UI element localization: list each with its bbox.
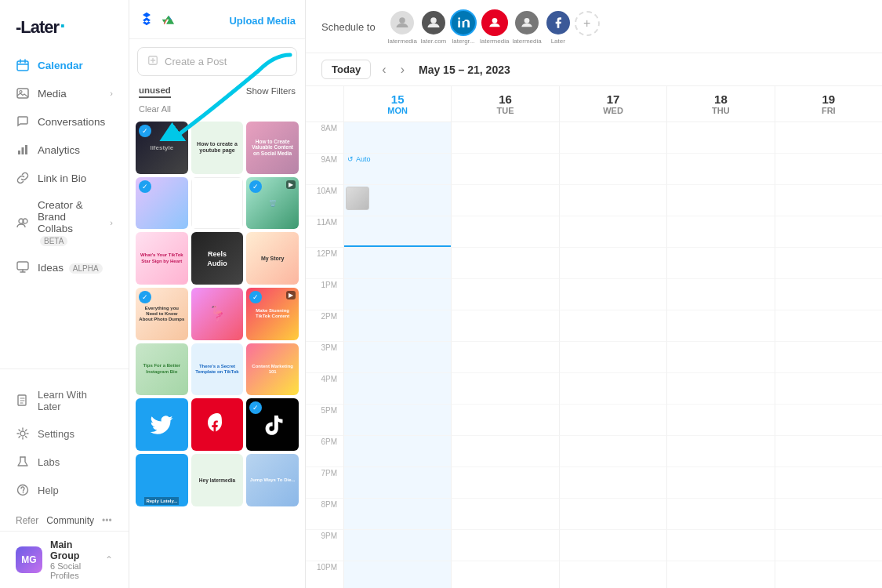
calendar-cell[interactable] [559,185,666,216]
media-item[interactable]: Reels Audio [191,232,244,285]
next-week-button[interactable]: › [397,63,408,77]
calendar-cell[interactable] [343,216,451,248]
prev-week-button[interactable]: ‹ [379,63,389,77]
media-item[interactable]: Hey latermedia [191,454,244,506]
calendar-cell[interactable] [559,216,666,248]
media-item[interactable] [191,177,244,230]
community-label[interactable]: Community [46,515,94,526]
social-avatar-1[interactable] [389,9,416,36]
calendar-cell[interactable] [451,248,558,279]
dropbox-icon[interactable] [139,11,154,31]
calendar-cell[interactable] [775,216,882,248]
calendar-cell[interactable] [559,122,666,154]
calendar-cell[interactable] [775,342,882,373]
media-item[interactable]: ✓ [136,177,188,230]
sidebar-item-creator-collabs[interactable]: Creator & Brand Collabs BETA › [0,192,129,253]
calendar-cell[interactable] [451,216,558,248]
calendar-cell[interactable] [343,248,451,279]
sidebar-item-learn[interactable]: Learn With Later [0,382,129,419]
calendar-cell[interactable] [775,405,882,436]
calendar-cell[interactable] [559,248,666,279]
calendar-cell[interactable] [451,122,558,154]
calendar-cell[interactable] [559,561,666,588]
calendar-cell[interactable] [666,373,774,405]
filter-tab-unused[interactable]: unused [139,84,171,98]
media-item[interactable]: 🦩 [191,288,244,340]
profile-section[interactable]: MG Main Group 6 Social Profiles ⌃ [0,531,129,588]
calendar-cell[interactable] [775,373,882,405]
calendar-cell[interactable] [343,279,451,310]
calendar-cell[interactable] [775,185,882,216]
calendar-cell[interactable] [666,185,774,216]
calendar-cell[interactable] [559,530,666,561]
calendar-cell[interactable] [451,405,558,436]
today-button[interactable]: Today [321,60,371,79]
calendar-cell[interactable] [666,467,774,499]
calendar-cell[interactable] [775,310,882,342]
calendar-cell[interactable] [451,279,558,310]
calendar-cell[interactable] [451,499,558,530]
calendar-cell[interactable] [451,530,558,561]
calendar-cell[interactable] [775,530,882,561]
calendar-cell[interactable] [559,405,666,436]
calendar-cell[interactable] [451,436,558,467]
gdrive-icon[interactable] [161,11,176,31]
calendar-cell[interactable] [343,436,451,467]
calendar-cell[interactable] [666,436,774,467]
more-options-icon[interactable]: ••• [102,515,112,526]
calendar-cell[interactable] [343,373,451,405]
media-item[interactable]: Everything you Need to Know About Photo … [136,288,188,340]
calendar-cell[interactable] [666,530,774,561]
show-filters-button[interactable]: Show Filters [246,86,296,96]
media-item[interactable]: Jump Ways To Die... [246,454,299,506]
upload-media-button[interactable]: Upload Media [229,15,296,27]
media-item[interactable]: How to create a youtube page [191,122,244,174]
media-item[interactable]: How to Create Valuable Content on Social… [246,122,299,174]
sidebar-item-link-bio[interactable]: Link in Bio [0,164,129,192]
calendar-cell[interactable] [559,373,666,405]
calendar-cell[interactable] [666,561,774,588]
calendar-cell[interactable] [666,342,774,373]
calendar-cell[interactable] [775,467,882,499]
add-profile-button[interactable]: + [575,11,600,36]
calendar-cell[interactable] [343,499,451,530]
clear-all-button[interactable]: Clear All [139,104,171,114]
calendar-cell[interactable] [451,373,558,405]
calendar-cell[interactable] [666,122,774,154]
create-post-bar[interactable]: Create a Post [137,47,297,76]
calendar-cell[interactable] [666,279,774,310]
sidebar-item-ideas[interactable]: Ideas ALPHA [0,253,129,281]
calendar-cell[interactable] [343,561,451,588]
sidebar-item-settings[interactable]: Settings [0,419,129,448]
media-item[interactable]: ✓ [246,398,299,451]
calendar-cell[interactable] [451,467,558,499]
sidebar-item-calendar[interactable]: Calendar [0,51,129,79]
calendar-cell[interactable] [775,499,882,530]
calendar-cell[interactable] [666,248,774,279]
calendar-cell[interactable] [451,310,558,342]
calendar-cell[interactable] [451,185,558,216]
calendar-cell[interactable] [559,342,666,373]
media-item[interactable]: There's a Secret Template on TikTok [191,343,244,396]
social-avatar-2[interactable] [420,9,447,36]
calendar-cell[interactable] [343,185,451,216]
calendar-cell[interactable] [559,154,666,185]
media-item[interactable] [136,398,188,451]
calendar-cell[interactable]: ↺Auto [343,154,451,185]
calendar-cell[interactable] [559,499,666,530]
calendar-cell[interactable] [775,122,882,154]
sidebar-item-conversations[interactable]: Conversations [0,107,129,136]
calendar-cell[interactable] [775,279,882,310]
sidebar-item-analytics[interactable]: Analytics [0,136,129,164]
media-item[interactable]: Reply Lately... [136,454,188,506]
calendar-cell[interactable] [559,436,666,467]
calendar-cell[interactable] [451,342,558,373]
social-avatar-4[interactable] [481,9,508,36]
calendar-cell[interactable] [559,467,666,499]
media-item[interactable]: lifestyle ✓ [136,122,188,174]
calendar-cell[interactable] [666,310,774,342]
calendar-cell[interactable] [343,467,451,499]
calendar-cell[interactable] [451,154,558,185]
media-item[interactable]: What's Your TikTok Star Sign by Heart [136,232,188,285]
social-avatar-6[interactable] [545,9,572,36]
